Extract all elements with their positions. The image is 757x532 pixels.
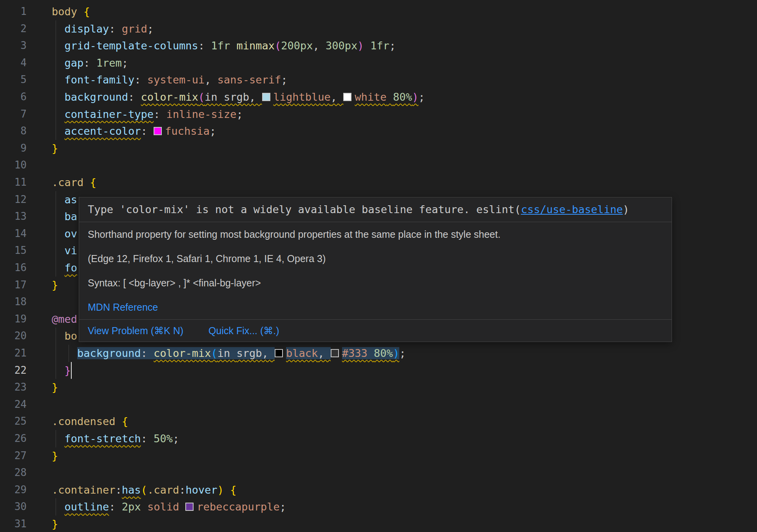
code-line-10[interactable]: 10 (0, 157, 757, 174)
code-line-9[interactable]: 9} (0, 140, 757, 157)
line-number: 15 (0, 242, 27, 259)
code-line-25[interactable]: 25.condensed { (0, 413, 757, 430)
code-text: accent-color: fuchsia; (52, 123, 216, 140)
code-line-5[interactable]: 5 font-family: system-ui, sans-serif; (0, 71, 757, 89)
code-text: as (52, 191, 77, 208)
code-line-31[interactable]: 31} (0, 516, 757, 532)
line-number: 21 (0, 345, 27, 362)
text-cursor (71, 362, 72, 379)
line-number: 24 (0, 396, 27, 413)
code-line-11[interactable]: 11.card { (0, 174, 757, 191)
color-swatch[interactable] (262, 93, 270, 101)
line-number: 10 (0, 157, 27, 174)
line-number: 2 (0, 20, 27, 38)
line-number: 22 (0, 362, 27, 379)
code-text: gap: 1rem; (52, 54, 128, 72)
code-text: body { (52, 3, 90, 20)
browser-support-text: (Edge 12, Firefox 1, Safari 1, Chrome 1,… (79, 246, 672, 271)
code-text: outline: 2px solid rebeccapurple; (52, 498, 286, 516)
line-number: 3 (0, 37, 27, 54)
line-number: 5 (0, 71, 27, 89)
quick-fix-action[interactable]: Quick Fix... (⌘.) (208, 325, 279, 337)
line-number: 25 (0, 413, 27, 430)
hover-tooltip: Type 'color-mix' is not a widely availab… (79, 197, 672, 342)
line-number: 7 (0, 106, 27, 123)
line-number: 14 (0, 225, 27, 242)
property-description: Shorthand property for setting most back… (79, 222, 672, 246)
line-number: 12 (0, 191, 27, 208)
line-number: 17 (0, 277, 27, 294)
line-number: 20 (0, 328, 27, 345)
code-line-27[interactable]: 27} (0, 447, 757, 465)
line-number: 1 (0, 3, 27, 20)
code-line-4[interactable]: 4 gap: 1rem; (0, 54, 757, 72)
line-number: 13 (0, 208, 27, 225)
line-number: 30 (0, 498, 27, 516)
mdn-reference-link[interactable]: MDN Reference (88, 302, 158, 313)
code-line-29[interactable]: 29.container:has(.card:hover) { (0, 481, 757, 499)
code-text: } (52, 516, 58, 532)
code-line-8[interactable]: 8 accent-color: fuchsia; (0, 123, 757, 140)
color-swatch[interactable] (275, 349, 283, 357)
view-problem-action[interactable]: View Problem (⌘K N) (88, 325, 183, 337)
line-number: 16 (0, 259, 27, 277)
code-line-30[interactable]: 30 outline: 2px solid rebeccapurple; (0, 498, 757, 516)
line-number: 31 (0, 516, 27, 532)
code-line-1[interactable]: 1body { (0, 3, 757, 20)
code-text: background: color-mix(in srgb, lightblue… (52, 89, 425, 106)
eslint-warning-row: Type 'color-mix' is not a widely availab… (79, 197, 672, 222)
tooltip-actions: View Problem (⌘K N) Quick Fix... (⌘.) (79, 320, 672, 342)
code-text: container-type: inline-size; (52, 106, 243, 123)
code-text: } (52, 277, 58, 294)
line-number: 27 (0, 447, 27, 465)
code-text: } (52, 379, 58, 396)
code-text: } (52, 362, 71, 379)
line-number: 18 (0, 293, 27, 311)
code-line-21[interactable]: 21 background: color-mix(in srgb, black,… (0, 345, 757, 362)
eslint-rule-link[interactable]: css/use-baseline (521, 203, 623, 215)
line-number: 26 (0, 430, 27, 447)
code-line-26[interactable]: 26 font-stretch: 50%; (0, 430, 757, 447)
code-text: bo (52, 328, 77, 345)
code-text: @med (52, 311, 77, 328)
color-swatch[interactable] (343, 93, 351, 101)
line-number: 23 (0, 379, 27, 396)
code-line-28[interactable]: 28 (0, 464, 757, 481)
code-text: font-stretch: 50%; (52, 430, 179, 447)
code-text: background: color-mix(in srgb, black, #3… (52, 345, 406, 362)
code-text: ba (52, 208, 77, 225)
code-text: vi (52, 242, 77, 259)
code-line-23[interactable]: 23} (0, 379, 757, 396)
code-line-3[interactable]: 3 grid-template-columns: 1fr minmax(200p… (0, 37, 757, 54)
code-text: .card { (52, 174, 96, 191)
code-text: .container:has(.card:hover) { (52, 481, 237, 499)
code-text: font-family: system-ui, sans-serif; (52, 71, 288, 89)
code-text: display: grid; (52, 20, 154, 38)
line-number: 29 (0, 481, 27, 499)
line-number: 4 (0, 54, 27, 72)
code-line-6[interactable]: 6 background: color-mix(in srgb, lightbl… (0, 89, 757, 106)
code-text: ov (52, 225, 77, 242)
line-number: 19 (0, 311, 27, 328)
line-number: 28 (0, 464, 27, 481)
code-line-7[interactable]: 7 container-type: inline-size; (0, 106, 757, 123)
code-text: .condensed { (52, 413, 128, 430)
color-swatch[interactable] (331, 349, 339, 357)
code-text: grid-template-columns: 1fr minmax(200px,… (52, 37, 396, 54)
code-line-2[interactable]: 2 display: grid; (0, 20, 757, 38)
color-swatch[interactable] (185, 503, 194, 511)
code-line-22[interactable]: 22 } (0, 362, 757, 379)
color-swatch[interactable] (154, 127, 162, 135)
syntax-text: Syntax: [ <bg-layer> , ]* <final-bg-laye… (79, 271, 672, 295)
eslint-warning-suffix: ) (623, 203, 629, 215)
code-text: } (52, 447, 58, 465)
line-number: 8 (0, 123, 27, 140)
code-text: fo (52, 259, 77, 277)
mdn-reference-row: MDN Reference (79, 295, 672, 319)
code-editor: 1body {2 display: grid;3 grid-template-c… (0, 0, 757, 532)
line-number: 11 (0, 174, 27, 191)
code-line-24[interactable]: 24 (0, 396, 757, 413)
code-text: } (52, 140, 58, 157)
line-number: 6 (0, 89, 27, 106)
line-number: 9 (0, 140, 27, 157)
